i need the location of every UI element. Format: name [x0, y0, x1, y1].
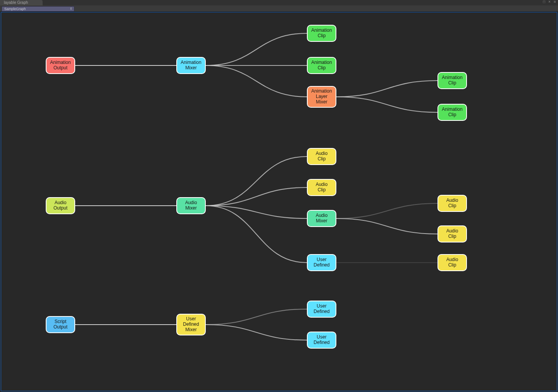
edge — [336, 81, 437, 97]
node-label: Animation Layer Mixer — [311, 89, 332, 105]
node-audio-clip-3[interactable]: Audio Clip — [437, 195, 467, 212]
graph-dropdown[interactable]: SampleGraph ⇕ — [2, 6, 74, 12]
node-anim-clip-4[interactable]: Animation Clip — [437, 104, 467, 121]
edge — [206, 65, 307, 97]
graph-dropdown-value: SampleGraph — [4, 7, 26, 11]
node-label: Audio Clip — [446, 257, 458, 268]
node-anim-output[interactable]: Animation Output — [46, 57, 75, 74]
edge — [336, 97, 437, 112]
edge — [206, 156, 307, 206]
node-label: Animation Clip — [442, 107, 462, 118]
node-label: User Defined — [313, 335, 329, 346]
edges-layer — [1, 12, 510, 358]
node-user-def-2[interactable]: User Defined — [307, 301, 336, 318]
node-label: Audio Output — [53, 200, 67, 211]
edge — [206, 187, 307, 206]
node-anim-clip-2[interactable]: Animation Clip — [307, 57, 336, 74]
node-audio-mixer[interactable]: Audio Mixer — [176, 197, 206, 214]
node-anim-layer-mixer[interactable]: Animation Layer Mixer — [307, 86, 336, 108]
node-label: User Defined — [313, 257, 329, 268]
chevron-up-down-icon: ⇕ — [70, 7, 74, 11]
node-audio-clip-1[interactable]: Audio Clip — [307, 148, 336, 165]
toolbar: SampleGraph ⇕ — [0, 5, 510, 12]
node-label: Animation Clip — [442, 75, 462, 86]
node-audio-output[interactable]: Audio Output — [46, 197, 75, 214]
node-anim-clip-1[interactable]: Animation Clip — [307, 25, 336, 42]
node-label: Animation Mixer — [181, 60, 201, 71]
edge — [206, 325, 307, 340]
node-anim-clip-3[interactable]: Animation Clip — [437, 72, 467, 89]
node-audio-clip-2[interactable]: Audio Clip — [307, 179, 336, 196]
edge — [206, 309, 307, 325]
node-script-output[interactable]: Script Output — [46, 316, 75, 333]
edge — [336, 203, 437, 218]
node-anim-mixer[interactable]: Animation Mixer — [176, 57, 206, 74]
node-label: Script Output — [53, 319, 67, 330]
node-audio-clip-5[interactable]: Audio Clip — [437, 254, 467, 271]
node-label: Audio Mixer — [185, 200, 197, 211]
node-label: Audio Clip — [316, 151, 328, 162]
node-label: Audio Mixer — [316, 213, 328, 224]
node-audio-mixer-2[interactable]: Audio Mixer — [307, 210, 336, 227]
node-label: Animation Clip — [311, 28, 332, 39]
window-tab-label: layable Graph — [4, 0, 28, 5]
node-audio-clip-4[interactable]: Audio Clip — [437, 225, 467, 242]
node-label: User Defined Mixer — [183, 316, 199, 332]
edge — [206, 206, 307, 263]
node-user-def-1[interactable]: User Defined — [307, 254, 336, 271]
window-tab[interactable]: layable Graph — [0, 0, 43, 5]
node-label: Audio Clip — [446, 198, 458, 209]
graph-canvas[interactable]: Animation OutputAnimation MixerAnimation… — [1, 12, 510, 358]
node-user-def-3[interactable]: User Defined — [307, 332, 336, 349]
edge — [206, 33, 307, 65]
edge — [336, 218, 437, 234]
node-label: Audio Clip — [316, 182, 328, 193]
node-label: Animation Clip — [311, 60, 332, 71]
edge — [206, 206, 307, 218]
node-label: Animation Output — [50, 60, 71, 71]
node-label: Audio Clip — [446, 229, 458, 239]
titlebar: layable Graph □ × ≡ — [0, 0, 510, 6]
node-user-def-mixer[interactable]: User Defined Mixer — [176, 314, 206, 335]
node-label: User Defined — [313, 304, 329, 315]
